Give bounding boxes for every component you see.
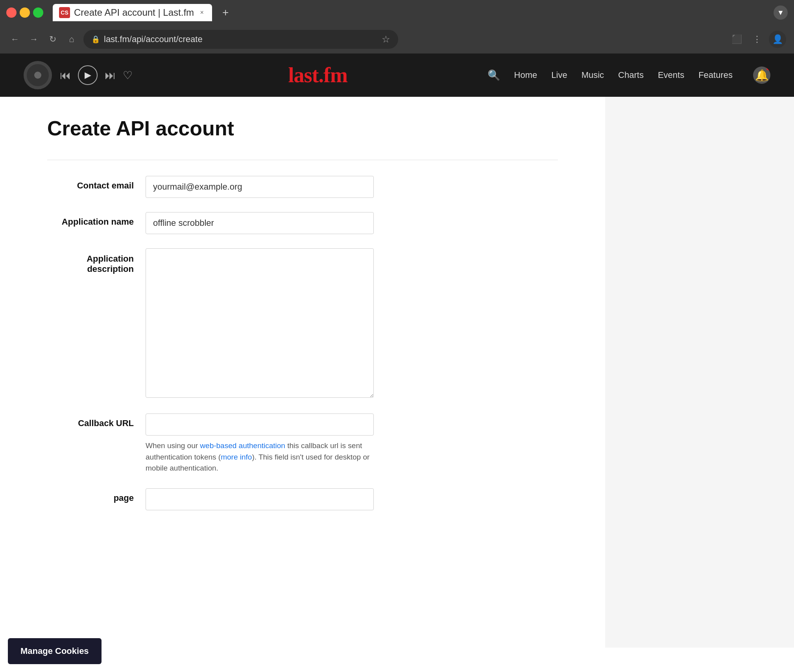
browser-navbar: ← → ↻ ⌂ 🔒 last.fm/api/account/create ☆ ⬛… xyxy=(0,25,794,54)
home-button[interactable]: ⌂ xyxy=(65,32,79,46)
search-button[interactable]: 🔍 xyxy=(487,69,500,81)
player-controls: ⏮ ▶ ⏭ ♡ xyxy=(60,65,133,85)
web-auth-link[interactable]: web-based authentication xyxy=(200,441,285,450)
notification-dot xyxy=(766,66,770,70)
app-name-label: Application name xyxy=(47,212,134,227)
extensions-button[interactable]: ⬛ xyxy=(728,31,745,48)
app-desc-wrap xyxy=(146,248,374,399)
back-button[interactable]: ← xyxy=(8,32,22,46)
contact-email-wrap xyxy=(146,176,374,198)
lock-icon: 🔒 xyxy=(91,35,100,44)
callback-url-wrap: When using our web-based authentication … xyxy=(146,414,374,474)
tab-favicon: CS xyxy=(59,7,70,18)
new-tab-button[interactable]: + xyxy=(218,6,233,20)
forward-button[interactable]: → xyxy=(27,32,41,46)
app-desc-textarea[interactable] xyxy=(146,248,374,398)
tab-close-button[interactable]: × xyxy=(198,9,206,17)
app-name-input[interactable] xyxy=(146,212,374,234)
vinyl-center xyxy=(34,72,41,79)
page-title: Create API account xyxy=(47,116,558,140)
content-wrapper: Create API account Contact email Applica… xyxy=(0,97,794,648)
site-header: ⏮ ▶ ⏭ ♡ last.fm 🔍 Home Live Music Charts… xyxy=(0,54,794,97)
app-name-row: Application name xyxy=(47,212,558,234)
contact-email-label: Contact email xyxy=(47,176,134,191)
more-info-link[interactable]: more info xyxy=(221,453,252,461)
homepage-row: page xyxy=(47,488,558,510)
callback-url-label: Callback URL xyxy=(47,414,134,428)
reload-button[interactable]: ↻ xyxy=(46,32,60,46)
url-bar[interactable]: 🔒 last.fm/api/account/create ☆ xyxy=(83,30,398,49)
nav-charts[interactable]: Charts xyxy=(618,70,644,80)
app-desc-row: Application description xyxy=(47,248,558,399)
play-button[interactable]: ▶ xyxy=(78,65,98,85)
browser-avatar[interactable]: 👤 xyxy=(769,31,786,48)
contact-email-row: Contact email xyxy=(47,176,558,198)
api-account-form: Contact email Application name Applicati… xyxy=(47,176,558,510)
bookmark-star[interactable]: ☆ xyxy=(382,34,390,45)
browser-tab[interactable]: CS Create API account | Last.fm × xyxy=(53,4,212,21)
app-name-wrap xyxy=(146,212,374,234)
browser-minimize-dot[interactable] xyxy=(20,7,30,18)
sidebar xyxy=(605,97,794,648)
homepage-input[interactable] xyxy=(146,488,374,510)
heart-button[interactable]: ♡ xyxy=(123,69,133,82)
browser-chrome: CS Create API account | Last.fm × + ▼ ← … xyxy=(0,0,794,54)
rewind-button[interactable]: ⏮ xyxy=(60,69,71,82)
homepage-wrap xyxy=(146,488,374,510)
site-navigation: 🔍 Home Live Music Charts Events Features… xyxy=(487,66,770,84)
nav-events[interactable]: Events xyxy=(658,70,684,80)
browser-maximize-dot[interactable] xyxy=(33,7,43,18)
browser-profile-icon[interactable]: ▼ xyxy=(774,6,788,20)
app-desc-label: Application description xyxy=(47,248,134,274)
nav-home[interactable]: Home xyxy=(514,70,537,80)
nav-features[interactable]: Features xyxy=(698,70,733,80)
tab-title: Create API account | Last.fm xyxy=(74,7,194,18)
manage-cookies-button[interactable]: Manage Cookies xyxy=(8,638,102,664)
site-logo[interactable]: last.fm xyxy=(148,63,487,87)
nav-music[interactable]: Music xyxy=(582,70,604,80)
callback-url-help: When using our web-based authentication … xyxy=(146,440,374,474)
browser-menu-icons: ⬛ ⋮ 👤 xyxy=(728,31,786,48)
fast-forward-button[interactable]: ⏭ xyxy=(105,69,116,82)
callback-url-input[interactable] xyxy=(146,414,374,436)
contact-email-input[interactable] xyxy=(146,176,374,198)
main-content: Create API account Contact email Applica… xyxy=(0,97,605,648)
nav-live[interactable]: Live xyxy=(551,70,567,80)
vinyl-icon xyxy=(24,61,52,89)
callback-url-row: Callback URL When using our web-based au… xyxy=(47,414,558,474)
browser-close-dot[interactable] xyxy=(6,7,17,18)
form-divider xyxy=(47,160,558,160)
user-avatar[interactable]: 🔔 xyxy=(753,66,770,84)
more-button[interactable]: ⋮ xyxy=(748,31,766,48)
browser-titlebar: CS Create API account | Last.fm × + ▼ xyxy=(0,0,794,25)
homepage-label: page xyxy=(47,488,134,503)
url-text: last.fm/api/account/create xyxy=(104,34,203,44)
